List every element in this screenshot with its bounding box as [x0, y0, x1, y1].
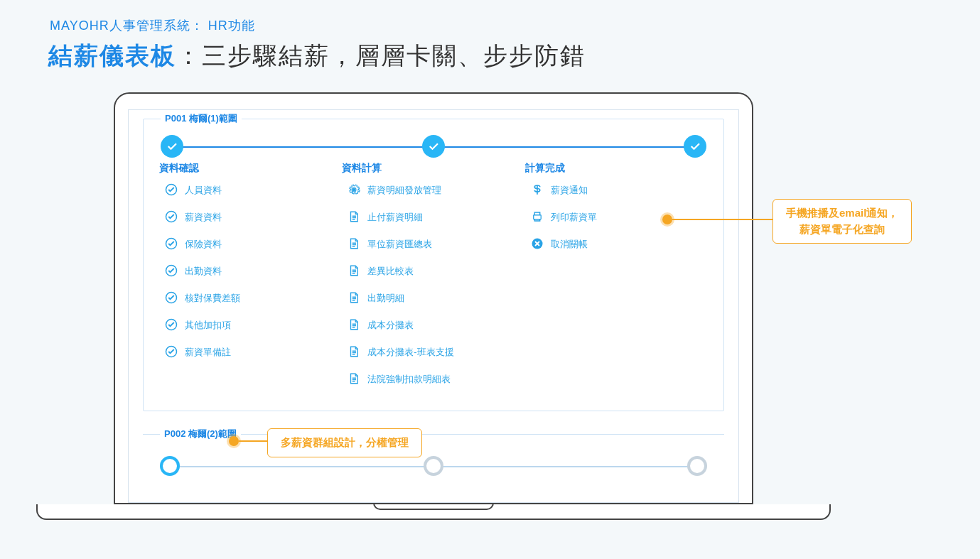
svg-rect-8	[533, 215, 541, 219]
item-payroll-detail-mgmt[interactable]: 薪資明細發放管理	[348, 183, 524, 196]
item-label: 保險資料	[185, 239, 222, 249]
gear-icon	[348, 183, 360, 196]
callout-marker-right	[662, 215, 672, 224]
document-icon	[348, 291, 360, 304]
col1-title: 資料確認	[159, 162, 342, 175]
check-circle-icon	[165, 345, 178, 358]
item-label: 差異比較表	[367, 266, 414, 276]
step-node-1[interactable]	[161, 135, 183, 158]
eyebrow-text: MAYOHR人事管理系統： HR功能	[50, 17, 255, 34]
step2-node-1[interactable]	[160, 456, 180, 476]
item-label: 單位薪資匯總表	[367, 239, 432, 249]
item-cancel-close[interactable]: 取消關帳	[531, 237, 708, 250]
check-icon	[166, 140, 178, 153]
item-label: 核對保費差額	[185, 293, 240, 303]
col2-title: 資料計算	[342, 162, 524, 175]
column-data-confirm: 資料確認 人員資料 薪資資料 保險資料 出勤資料 核對保費差額 其他加扣項 薪資…	[159, 162, 342, 399]
callout-marker-bottom	[229, 436, 239, 446]
item-other-adjustments[interactable]: 其他加扣項	[165, 318, 342, 331]
document-icon	[348, 345, 360, 358]
step-columns: 資料確認 人員資料 薪資資料 保險資料 出勤資料 核對保費差額 其他加扣項 薪資…	[159, 162, 708, 399]
item-premium-diff[interactable]: 核對保費差額	[165, 291, 342, 304]
callout-right-line1: 手機推播及email通知，	[786, 207, 898, 219]
item-label: 薪資通知	[551, 185, 588, 195]
document-icon	[348, 372, 360, 385]
callout-connector-bottom	[239, 440, 267, 442]
item-label: 止付薪資明細	[367, 212, 423, 222]
col2-items: 薪資明細發放管理 止付薪資明細 單位薪資匯總表 差異比較表 出勤明細 成本分攤表…	[342, 183, 524, 385]
laptop-screen: P001 梅爾(1)範圍 資料確認	[114, 92, 753, 504]
item-label: 出勤資料	[185, 266, 222, 276]
callout-right-line2: 薪資單電子化查詢	[799, 223, 885, 235]
check-circle-icon	[165, 183, 178, 196]
item-attendance-detail[interactable]: 出勤明細	[348, 291, 524, 304]
payroll-group-1: P001 梅爾(1)範圍 資料確認	[143, 119, 724, 411]
step-progress-bar	[161, 135, 706, 158]
check-circle-icon	[165, 318, 178, 331]
print-icon	[531, 210, 544, 223]
item-court-deduction[interactable]: 法院強制扣款明細表	[348, 372, 524, 385]
laptop-base	[36, 504, 831, 520]
group1-legend: P001 梅爾(1)範圍	[161, 112, 242, 125]
step-node-2[interactable]	[422, 135, 445, 158]
document-icon	[348, 318, 360, 331]
col3-title: 計算完成	[525, 162, 708, 175]
item-diff-compare[interactable]: 差異比較表	[348, 264, 524, 277]
item-cost-alloc-shift[interactable]: 成本分攤表-班表支援	[348, 345, 524, 358]
column-calc-done: 計算完成 薪資通知 列印薪資單 取消關帳	[525, 162, 708, 399]
dollar-icon	[531, 183, 544, 196]
check-circle-icon	[165, 264, 178, 277]
item-label: 列印薪資單	[551, 212, 597, 222]
item-label: 成本分攤表	[367, 320, 414, 330]
x-circle-icon	[531, 237, 544, 250]
col3-items: 薪資通知 列印薪資單 取消關帳	[525, 183, 708, 250]
item-cost-alloc[interactable]: 成本分攤表	[348, 318, 524, 331]
callout-connector-right	[672, 219, 772, 220]
svg-point-7	[352, 188, 356, 192]
item-label: 成本分攤表-班表支援	[367, 347, 453, 357]
item-salary-data[interactable]: 薪資資料	[165, 210, 342, 223]
step-progress-bar-2	[160, 456, 707, 477]
laptop-notch	[373, 503, 494, 510]
laptop-illustration: P001 梅爾(1)範圍 資料確認	[36, 92, 831, 520]
step2-node-3[interactable]	[687, 456, 707, 476]
step-node-3[interactable]	[684, 135, 706, 158]
item-label: 出勤明細	[367, 293, 404, 303]
callout-right: 手機推播及email通知， 薪資單電子化查詢	[772, 199, 912, 244]
document-icon	[348, 264, 360, 277]
check-circle-icon	[165, 237, 178, 250]
item-payslip-remark[interactable]: 薪資單備註	[165, 345, 342, 358]
document-icon	[348, 237, 360, 250]
item-salary-notify[interactable]: 薪資通知	[531, 183, 708, 196]
item-personnel-data[interactable]: 人員資料	[165, 183, 342, 196]
item-unit-summary[interactable]: 單位薪資匯總表	[348, 237, 524, 250]
item-label: 人員資料	[185, 185, 222, 195]
item-label: 其他加扣項	[185, 320, 231, 330]
col1-items: 人員資料 薪資資料 保險資料 出勤資料 核對保費差額 其他加扣項 薪資單備註	[159, 183, 342, 358]
dashboard-panel: P001 梅爾(1)範圍 資料確認	[128, 109, 739, 503]
column-data-calc: 資料計算 薪資明細發放管理 止付薪資明細 單位薪資匯總表 差異比較表 出勤明細 …	[342, 162, 524, 399]
check-circle-icon	[165, 291, 178, 304]
page-title: 結薪儀表板：三步驟結薪，層層卡關、步步防錯	[48, 40, 586, 72]
item-stop-pay-detail[interactable]: 止付薪資明細	[348, 210, 524, 223]
document-icon	[348, 210, 360, 223]
callout-bottom: 多薪資群組設計，分權管理	[267, 428, 422, 457]
title-rest: ：三步驟結薪，層層卡關、步步防錯	[176, 42, 586, 69]
check-icon	[689, 140, 701, 153]
step2-node-2[interactable]	[424, 456, 443, 476]
item-label: 薪資明細發放管理	[367, 185, 441, 195]
item-print-payslip[interactable]: 列印薪資單	[531, 210, 708, 223]
item-attendance-data[interactable]: 出勤資料	[165, 264, 342, 277]
check-circle-icon	[165, 210, 178, 223]
item-label: 薪資資料	[185, 212, 222, 222]
title-accent: 結薪儀表板	[48, 42, 176, 69]
item-label: 法院強制扣款明細表	[367, 374, 451, 384]
item-label: 薪資單備註	[185, 347, 231, 357]
item-label: 取消關帳	[551, 239, 588, 249]
item-insurance-data[interactable]: 保險資料	[165, 237, 342, 250]
check-icon	[427, 140, 440, 153]
